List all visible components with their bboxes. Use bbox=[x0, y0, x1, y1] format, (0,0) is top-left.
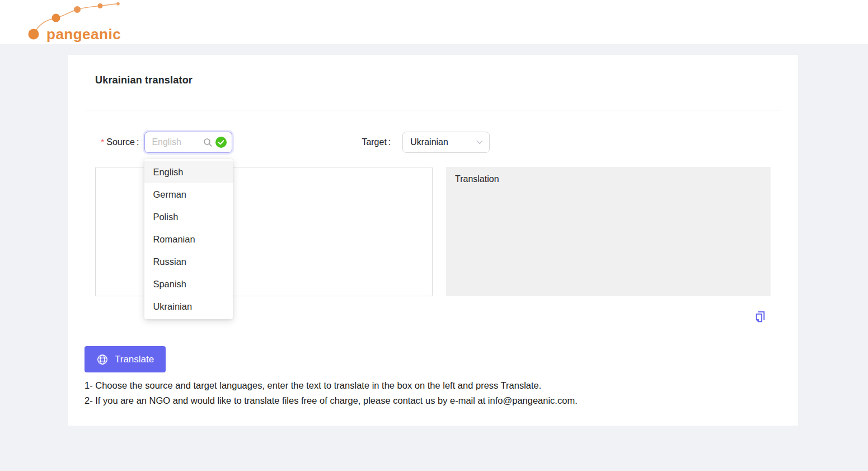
dropdown-option-ukrainian[interactable]: Ukrainian bbox=[144, 295, 233, 318]
page-title: Ukrainian translator bbox=[95, 74, 193, 86]
dropdown-option-german[interactable]: German bbox=[144, 183, 233, 206]
dropdown-option-spanish[interactable]: Spanish bbox=[144, 273, 233, 295]
logo-dot bbox=[52, 14, 60, 22]
instruction-line-1: 1- Choose the source and target language… bbox=[85, 380, 541, 391]
translate-button[interactable]: Translate bbox=[85, 346, 166, 372]
logo-dot bbox=[74, 6, 81, 13]
instruction-line-2: 2- If you are an NGO and would like to t… bbox=[85, 395, 578, 406]
logo-dot bbox=[98, 3, 103, 8]
dropdown-option-english[interactable]: English bbox=[144, 161, 233, 183]
source-language-select[interactable]: English English German Polish Romanian R… bbox=[144, 132, 232, 153]
dropdown-option-polish[interactable]: Polish bbox=[144, 206, 233, 228]
translation-output-panel: Translation bbox=[446, 167, 771, 296]
chevron-down-icon bbox=[476, 138, 484, 146]
translation-output-placeholder: Translation bbox=[455, 174, 499, 184]
dropdown-option-russian[interactable]: Russian bbox=[144, 250, 233, 273]
pangeanic-logo: pangeanic bbox=[26, 2, 124, 43]
spacer bbox=[232, 142, 362, 143]
source-language-dropdown: English German Polish Romanian Russian S… bbox=[144, 159, 233, 319]
translator-card: Ukrainian translator * Source : English … bbox=[68, 55, 798, 426]
dropdown-option-romanian[interactable]: Romanian bbox=[144, 228, 233, 250]
copy-translation-button[interactable] bbox=[753, 310, 767, 324]
top-header: pangeanic bbox=[0, 0, 868, 44]
globe-icon bbox=[96, 353, 109, 366]
target-select-value: Ukrainian bbox=[410, 137, 476, 147]
target-label: Target bbox=[362, 137, 386, 147]
search-icon bbox=[203, 138, 213, 147]
target-label-colon: : bbox=[388, 137, 391, 147]
source-label-colon: : bbox=[137, 137, 139, 147]
required-asterisk: * bbox=[101, 138, 104, 148]
language-controls-row: * Source : English English German Polish bbox=[95, 132, 490, 153]
source-label: Source bbox=[106, 137, 135, 147]
translate-button-label: Translate bbox=[115, 354, 154, 365]
page: { "header": { "logo_text": "pangeanic" }… bbox=[0, 0, 868, 471]
copy-icon bbox=[753, 310, 767, 324]
logo-wordmark: pangeanic bbox=[46, 26, 121, 43]
title-divider bbox=[85, 110, 781, 110]
target-language-select[interactable]: Ukrainian bbox=[402, 132, 490, 153]
source-select-placeholder: English bbox=[152, 137, 203, 147]
logo-dot bbox=[116, 2, 120, 6]
logo-dot bbox=[29, 29, 39, 40]
check-circle-icon bbox=[215, 137, 227, 148]
